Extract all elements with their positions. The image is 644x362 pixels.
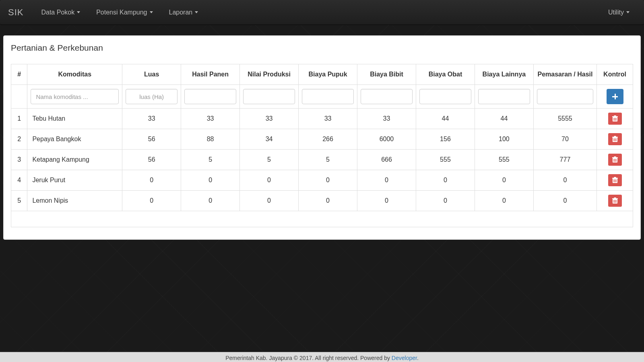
cell-luas: 0 — [122, 191, 181, 211]
svg-rect-5 — [616, 118, 616, 121]
footer-developer-link[interactable]: Developer — [392, 355, 417, 361]
biaya-pupuk-input[interactable] — [302, 89, 354, 104]
cell-hasil-panen: 5 — [181, 150, 240, 170]
col-biaya-bibit: Biaya Bibit — [357, 64, 416, 85]
cell-hasil-panen: 88 — [181, 129, 240, 150]
add-row-button[interactable] — [607, 89, 623, 104]
svg-rect-1 — [612, 116, 618, 117]
cell-nilai-produksi: 0 — [240, 191, 299, 211]
col-nilai-produksi: Nilai Produksi — [240, 64, 299, 85]
svg-rect-13 — [612, 157, 618, 158]
svg-rect-11 — [616, 138, 616, 141]
table-row: 5Lemon Nipis00000000 — [11, 191, 633, 211]
col-pemasaran: Pemasaran / Hasil — [533, 64, 597, 85]
table-row: 1Tebu Hutan333333333344445555 — [11, 109, 633, 129]
cell-luas: 56 — [122, 150, 181, 170]
cell-biaya-obat: 156 — [416, 129, 475, 150]
nilai-produksi-input[interactable] — [243, 89, 295, 104]
cell-kontrol — [597, 129, 633, 150]
row-idx: 3 — [11, 150, 27, 170]
cell-komoditas: Ketapang Kampung — [27, 150, 122, 170]
nav-item-data-pokok[interactable]: Data Pokok — [35, 5, 87, 20]
svg-rect-16 — [615, 159, 615, 162]
cell-hasil-panen: 0 — [181, 170, 240, 191]
cell-komoditas: Jeruk Purut — [27, 170, 122, 191]
nav-item-label: Data Pokok — [41, 9, 74, 16]
nav-item-label: Potensi Kampung — [96, 9, 147, 16]
table-row: 3Ketapang Kampung56555666555555777 — [11, 150, 633, 170]
cell-nilai-produksi: 5 — [240, 150, 299, 170]
cell-biaya-obat: 0 — [416, 170, 475, 191]
cell-biaya-lainnya: 100 — [475, 129, 533, 150]
svg-rect-26 — [614, 197, 616, 198]
cell-pemasaran: 777 — [533, 150, 597, 170]
cell-biaya-bibit: 0 — [357, 170, 416, 191]
cell-kontrol — [597, 109, 633, 129]
cell-komoditas: Tebu Hutan — [27, 109, 122, 129]
table-row: 4Jeruk Purut00000000 — [11, 170, 633, 191]
biaya-bibit-input[interactable] — [361, 89, 413, 104]
cell-biaya-pupuk: 0 — [299, 191, 357, 211]
svg-rect-15 — [613, 159, 614, 162]
hasil-panen-input[interactable] — [184, 89, 236, 104]
cell-biaya-pupuk: 5 — [299, 150, 357, 170]
svg-rect-14 — [614, 156, 616, 157]
row-idx: 4 — [11, 170, 27, 191]
cell-hasil-panen: 33 — [181, 109, 240, 129]
plus-icon — [612, 94, 618, 99]
komoditas-input[interactable] — [31, 89, 119, 104]
cell-hasil-panen: 0 — [181, 191, 240, 211]
cell-luas: 56 — [122, 129, 181, 150]
delete-row-button[interactable] — [608, 195, 622, 207]
nav-item-potensi-kampung[interactable]: Potensi Kampung — [90, 5, 159, 20]
input-idx-cell — [11, 85, 27, 109]
trash-icon — [612, 197, 618, 204]
biaya-obat-input[interactable] — [419, 89, 471, 104]
cell-kontrol — [597, 170, 633, 191]
pemasaran-input[interactable] — [537, 89, 593, 104]
cell-pemasaran: 5555 — [533, 109, 597, 129]
biaya-lainnya-input[interactable] — [478, 89, 530, 104]
cell-nilai-produksi: 34 — [240, 129, 299, 150]
col-komoditas: Komoditas — [27, 64, 122, 85]
svg-rect-7 — [612, 137, 618, 138]
svg-rect-17 — [616, 159, 616, 162]
delete-row-button[interactable] — [608, 174, 622, 186]
cell-biaya-lainnya: 44 — [475, 109, 533, 129]
trash-icon — [612, 115, 618, 122]
trash-icon — [612, 136, 618, 142]
luas-input[interactable] — [126, 89, 178, 104]
delete-row-button[interactable] — [608, 113, 622, 125]
cell-biaya-pupuk: 33 — [299, 109, 357, 129]
svg-rect-10 — [615, 138, 615, 141]
svg-rect-25 — [612, 198, 618, 199]
cell-luas: 0 — [122, 170, 181, 191]
cell-pemasaran: 70 — [533, 129, 597, 150]
cell-kontrol — [597, 191, 633, 211]
cell-biaya-obat: 44 — [416, 109, 475, 129]
nav-item-laporan[interactable]: Laporan — [163, 5, 205, 20]
delete-row-button[interactable] — [608, 154, 622, 166]
col-biaya-lainnya: Biaya Lainnya — [475, 64, 533, 85]
svg-rect-8 — [614, 136, 616, 137]
caret-down-icon — [195, 11, 198, 13]
nav-right: Utility — [602, 5, 636, 20]
panel: Pertanian & Perkebunan # Komoditas — [3, 35, 641, 240]
cell-nilai-produksi: 0 — [240, 170, 299, 191]
delete-row-button[interactable] — [608, 133, 622, 145]
cell-biaya-obat: 555 — [416, 150, 475, 170]
row-idx: 2 — [11, 129, 27, 150]
nav-item-utility[interactable]: Utility — [602, 5, 636, 20]
svg-rect-2 — [614, 115, 616, 116]
brand[interactable]: SIK — [8, 7, 23, 18]
cell-biaya-lainnya: 0 — [475, 170, 533, 191]
cell-pemasaran: 0 — [533, 191, 597, 211]
col-biaya-pupuk: Biaya Pupuk — [299, 64, 357, 85]
cell-biaya-obat: 0 — [416, 191, 475, 211]
svg-rect-20 — [614, 177, 616, 178]
footer-text-prefix: Pemerintah Kab. Jayapura © 2017. All rig… — [225, 355, 392, 361]
cell-biaya-bibit: 0 — [357, 191, 416, 211]
page-wrap: Pertanian & Perkebunan # Komoditas — [0, 25, 644, 352]
trash-icon — [612, 177, 618, 183]
cell-kontrol — [597, 150, 633, 170]
